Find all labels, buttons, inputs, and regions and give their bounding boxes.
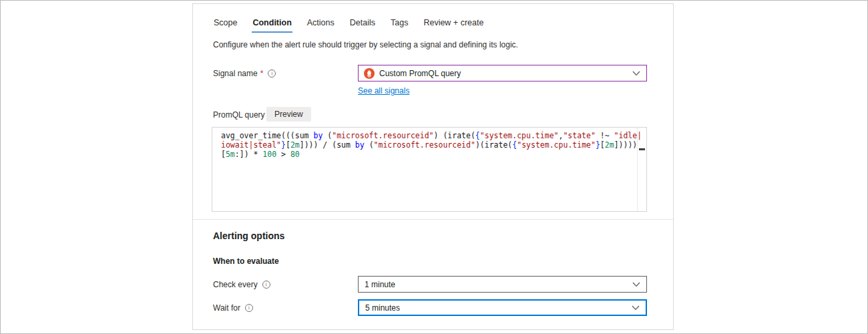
promql-code[interactable]: avg_over_time(((sum by ("microsoft.resou… (212, 131, 637, 211)
alerting-options-heading: Alerting options (213, 230, 284, 241)
signal-name-label: Signal name * i (213, 65, 276, 81)
preview-button[interactable]: Preview (266, 107, 311, 122)
alert-rule-wizard-panel: ScopeConditionActionsDetailsTagsReview +… (192, 3, 674, 330)
condition-description: Configure when the alert rule should tri… (213, 40, 518, 49)
promql-editor[interactable]: avg_over_time(((sum by ("microsoft.resou… (212, 127, 647, 212)
code-line: avg_over_time(((sum by ("microsoft.resou… (221, 131, 637, 140)
promql-query-label-text: PromQL query (213, 110, 265, 120)
wait-for-value: 5 minutes (365, 303, 400, 313)
wait-for-dropdown[interactable]: 5 minutes (358, 299, 647, 316)
prometheus-icon (364, 68, 375, 79)
check-every-label-text: Check every (213, 280, 258, 289)
check-every-value: 1 minute (365, 280, 395, 289)
chevron-down-icon (632, 71, 640, 76)
wait-for-label: Wait for i (213, 299, 253, 316)
check-every-dropdown[interactable]: 1 minute (358, 276, 647, 293)
tab-details[interactable]: Details (349, 18, 376, 33)
scrollbar-thumb[interactable] (639, 148, 645, 150)
tab-review-create[interactable]: Review + create (423, 18, 484, 33)
info-icon[interactable]: i (245, 304, 253, 312)
signal-name-label-text: Signal name (213, 69, 258, 78)
when-to-evaluate-heading: When to evaluate (213, 257, 279, 266)
signal-name-dropdown[interactable]: Custom PromQL query (358, 65, 647, 81)
code-line: [5m:]) * 100 > 80 (221, 150, 637, 159)
info-icon[interactable]: i (262, 281, 270, 289)
tab-condition[interactable]: Condition (252, 18, 292, 33)
editor-scrollbar[interactable] (637, 128, 646, 211)
chevron-down-icon (632, 305, 640, 311)
tab-bar: ScopeConditionActionsDetailsTagsReview +… (213, 18, 484, 33)
tab-tags[interactable]: Tags (390, 18, 409, 33)
signal-name-value: Custom PromQL query (379, 69, 461, 78)
promql-query-label: PromQL query * (213, 106, 270, 123)
info-icon[interactable]: i (268, 69, 276, 77)
see-all-signals-link[interactable]: See all signals (358, 86, 409, 96)
chevron-down-icon (632, 282, 640, 287)
required-marker: * (260, 69, 264, 78)
tab-actions[interactable]: Actions (306, 18, 335, 33)
section-divider (193, 219, 673, 220)
wait-for-label-text: Wait for (213, 303, 240, 313)
check-every-label: Check every i (213, 276, 270, 293)
code-line: iowait|steal"}[2m]))) / (sum by ("micros… (221, 140, 637, 150)
tab-scope[interactable]: Scope (213, 18, 238, 33)
